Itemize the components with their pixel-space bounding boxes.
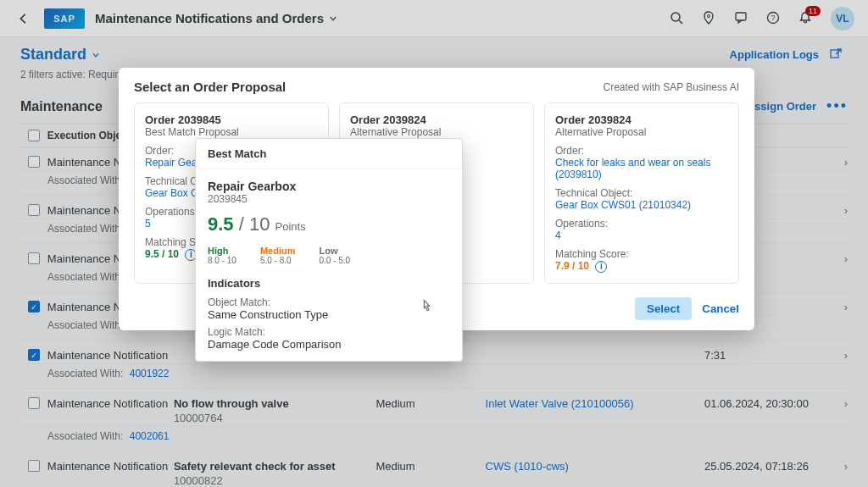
logic-match-value: Damage Code Comparison (208, 338, 450, 351)
popover-score: 9.5 / 10 Points (208, 213, 450, 235)
card-subtitle: Alternative Proposal (555, 126, 728, 138)
dialog-title: Select an Order Proposal (134, 80, 603, 94)
technical-object-link[interactable]: Gear Box CWS01 (21010342) (555, 199, 691, 211)
object-match-value: Same Construction Type (208, 308, 450, 321)
pointer-cursor-icon (418, 298, 437, 317)
score-details-popover: Best Match Repair Gearbox 2039845 9.5 / … (195, 138, 463, 362)
info-icon[interactable]: i (595, 261, 607, 273)
card-title: Order 2039824 (350, 113, 523, 126)
card-title: Order 2039824 (555, 113, 728, 126)
card-subtitle: Best Match Proposal (145, 126, 318, 138)
popover-order-title: Repair Gearbox (208, 180, 450, 193)
popover-order-id: 2039845 (208, 193, 450, 205)
cancel-button[interactable]: Cancel (702, 302, 739, 315)
dialog-ai-attribution: Created with SAP Business AI (603, 81, 739, 93)
select-button[interactable]: Select (635, 297, 692, 320)
operations-link[interactable]: 4 (555, 230, 561, 241)
matching-score: 7.9 / 10 i (555, 260, 728, 273)
order-link[interactable]: Check for leaks and wear on seals (20398… (555, 157, 710, 180)
score-legend: High8.0 - 10 Medium5.0 - 8.0 Low0.0 - 5.… (208, 246, 450, 265)
card-subtitle: Alternative Proposal (350, 126, 523, 138)
card-title: Order 2039845 (145, 113, 318, 126)
operations-link[interactable]: 5 (145, 218, 151, 230)
popover-head: Best Match (196, 139, 462, 169)
indicators-heading: Indicators (208, 277, 450, 290)
proposal-card[interactable]: Order 2039824Alternative ProposalOrder:C… (544, 102, 739, 284)
